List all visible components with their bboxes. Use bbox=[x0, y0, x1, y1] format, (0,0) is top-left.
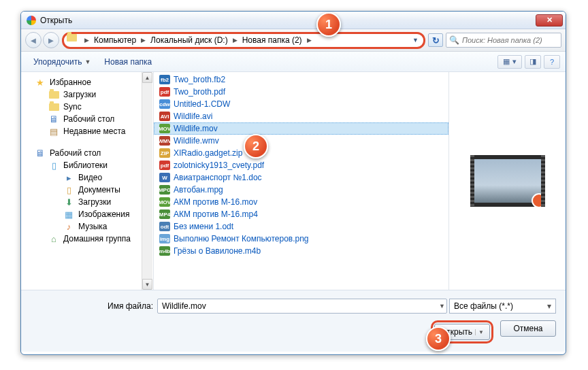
file-row[interactable]: pdfTwo_broth.pdf bbox=[154, 86, 448, 98]
crumb-folder[interactable]: Новая папка (2) bbox=[240, 35, 304, 45]
file-row[interactable]: imgВыполню Ремонт Компьютеров.png bbox=[154, 233, 448, 245]
file-row[interactable]: WMVWildlife.wmv bbox=[154, 135, 448, 147]
sidebar-pictures[interactable]: ▦Изображения bbox=[21, 208, 153, 220]
file-type-icon: MP4 bbox=[159, 209, 170, 219]
file-row[interactable]: MPGАвтобан.mpg bbox=[154, 184, 448, 196]
file-row[interactable]: fb2Two_broth.fb2 bbox=[154, 73, 448, 86]
sidebar-desktop-fav[interactable]: 🖥Рабочий стол bbox=[21, 113, 153, 125]
file-type-icon: W bbox=[159, 173, 170, 182]
homegroup-icon: ⌂ bbox=[48, 233, 59, 244]
file-name: Wildlife.mov bbox=[174, 124, 218, 133]
callout-2: 2 bbox=[244, 134, 268, 158]
music-icon: ♪ bbox=[63, 221, 74, 232]
file-name: Wildlife.avi bbox=[174, 112, 212, 121]
search-box[interactable]: 🔍 bbox=[446, 33, 561, 48]
crumb-disk[interactable]: Локальный диск (D:) bbox=[148, 35, 230, 45]
file-name: XIRadio.gadget.zip bbox=[174, 148, 242, 158]
scroll-down-button[interactable]: ▼ bbox=[142, 279, 152, 290]
filename-input[interactable] bbox=[157, 299, 447, 314]
file-row[interactable]: ZIPXIRadio.gadget.zip bbox=[154, 147, 448, 159]
downloads-icon: ⬇ bbox=[63, 197, 74, 207]
preview-pane bbox=[448, 72, 566, 290]
sidebar-downloads[interactable]: Загрузки bbox=[21, 88, 153, 101]
sidebar: ★Избранное Загрузки Sync 🖥Рабочий стол ▤… bbox=[21, 72, 154, 290]
file-type-icon: cdw bbox=[159, 99, 170, 109]
close-button[interactable]: ✕ bbox=[536, 14, 563, 27]
video-icon: ▸ bbox=[63, 172, 74, 183]
folder-icon bbox=[48, 101, 59, 112]
file-row[interactable]: AVIWildlife.avi bbox=[154, 110, 448, 122]
file-name: Выполню Ремонт Компьютеров.png bbox=[174, 234, 309, 243]
file-type-icon: img bbox=[159, 234, 170, 243]
recent-icon: ▤ bbox=[48, 126, 59, 137]
file-row[interactable]: cdwUntitled-1.CDW bbox=[154, 98, 448, 110]
forward-button[interactable]: ► bbox=[43, 32, 59, 48]
file-type-icon: AVI bbox=[159, 112, 170, 121]
preview-pane-button[interactable]: ◨ bbox=[525, 55, 541, 69]
file-name: Untitled-1.CDW bbox=[174, 99, 230, 109]
address-dropdown[interactable]: ▼ bbox=[410, 35, 421, 46]
filetype-filter[interactable]: Все файлы (*.*) bbox=[449, 299, 556, 314]
file-type-icon: pdf bbox=[159, 87, 170, 97]
file-row[interactable]: pdfzolotnicky1913_cvety.pdf bbox=[154, 159, 448, 171]
sidebar-video[interactable]: ▸Видео bbox=[21, 171, 153, 184]
sidebar-sync[interactable]: Sync bbox=[21, 101, 153, 113]
file-type-icon: MPG bbox=[159, 185, 170, 195]
sidebar-homegroup[interactable]: ⌂Домашняя группа bbox=[21, 233, 153, 245]
file-name: Wildlife.wmv bbox=[174, 136, 219, 146]
callout-3: 3 bbox=[426, 326, 451, 351]
library-icon: ▯ bbox=[48, 160, 59, 171]
file-name: АКМ против М-16.mov bbox=[174, 197, 257, 207]
sidebar-documents[interactable]: ▯Документы bbox=[21, 184, 153, 196]
file-row[interactable]: MOVWildlife.mov bbox=[154, 122, 448, 135]
refresh-button[interactable]: ↻ bbox=[428, 33, 443, 47]
video-thumbnail bbox=[470, 155, 545, 207]
file-row[interactable]: m4bГрёзы о Вавилоне.m4b bbox=[154, 245, 448, 257]
filename-label: Имя файла: bbox=[31, 301, 153, 311]
file-name: Two_broth.pdf bbox=[174, 87, 225, 97]
chrome-icon bbox=[27, 16, 36, 25]
pictures-icon: ▦ bbox=[63, 209, 74, 220]
file-list[interactable]: fb2Two_broth.fb2pdfTwo_broth.pdfcdwUntit… bbox=[154, 72, 448, 290]
callout-1: 1 bbox=[316, 12, 341, 37]
file-type-icon: MOV bbox=[159, 124, 170, 133]
star-icon: ★ bbox=[35, 77, 46, 88]
file-type-icon: ZIP bbox=[159, 148, 170, 158]
file-type-icon: pdf bbox=[159, 161, 170, 170]
view-mode-button[interactable]: ▦ ▾ bbox=[497, 55, 522, 69]
file-row[interactable]: odtБез имени 1.odt bbox=[154, 220, 448, 233]
document-icon: ▯ bbox=[63, 184, 74, 195]
sidebar-favorites[interactable]: ★Избранное bbox=[21, 76, 153, 88]
file-row[interactable]: WАвиатранспорт №1.doc bbox=[154, 171, 448, 184]
organize-button[interactable]: Упорядочить ▼ bbox=[27, 54, 97, 69]
titlebar: Открыть ✕ bbox=[21, 12, 566, 29]
file-name: Автобан.mpg bbox=[174, 185, 223, 195]
sidebar-music[interactable]: ♪Музыка bbox=[21, 220, 153, 233]
back-button[interactable]: ◄ bbox=[25, 32, 42, 48]
file-name: zolotnicky1913_cvety.pdf bbox=[174, 161, 264, 170]
sidebar-downloads2[interactable]: ⬇Загрузки bbox=[21, 196, 153, 208]
window-title: Открыть bbox=[40, 16, 536, 25]
file-row[interactable]: MOVАКМ против М-16.mov bbox=[154, 196, 448, 208]
file-type-icon: WMV bbox=[159, 136, 170, 146]
monitor-icon: 🖥 bbox=[48, 114, 59, 124]
app-badge-icon bbox=[532, 193, 546, 208]
folder-icon bbox=[48, 89, 59, 100]
new-folder-button[interactable]: Новая папка bbox=[97, 54, 159, 69]
help-button[interactable]: ? bbox=[544, 55, 560, 69]
search-input[interactable] bbox=[462, 36, 558, 44]
breadcrumb[interactable]: ▶Компьютер ▶Локальный диск (D:) ▶Новая п… bbox=[82, 35, 314, 45]
sidebar-desktop[interactable]: 🖥Рабочий стол bbox=[21, 147, 153, 159]
scroll-up-button[interactable]: ▲ bbox=[142, 72, 152, 83]
sidebar-recent[interactable]: ▤Недавние места bbox=[21, 125, 153, 137]
file-type-icon: m4b bbox=[159, 246, 170, 256]
footer: Имя файла: ▼ Все файлы (*.*) Открыть▼ От… bbox=[21, 290, 566, 352]
toolbar: Упорядочить ▼ Новая папка ▦ ▾ ◨ ? bbox=[21, 52, 566, 72]
sidebar-libraries[interactable]: ▯Библиотеки bbox=[21, 159, 153, 171]
crumb-computer[interactable]: Компьютер bbox=[92, 35, 138, 45]
file-row[interactable]: MP4АКМ против М-16.mp4 bbox=[154, 208, 448, 220]
file-name: Two_broth.fb2 bbox=[174, 75, 225, 84]
sidebar-scrollbar[interactable]: ▲ ▼ bbox=[142, 72, 152, 290]
address-bar[interactable]: ▶Компьютер ▶Локальный диск (D:) ▶Новая п… bbox=[62, 32, 425, 49]
cancel-button[interactable]: Отмена bbox=[500, 320, 556, 337]
